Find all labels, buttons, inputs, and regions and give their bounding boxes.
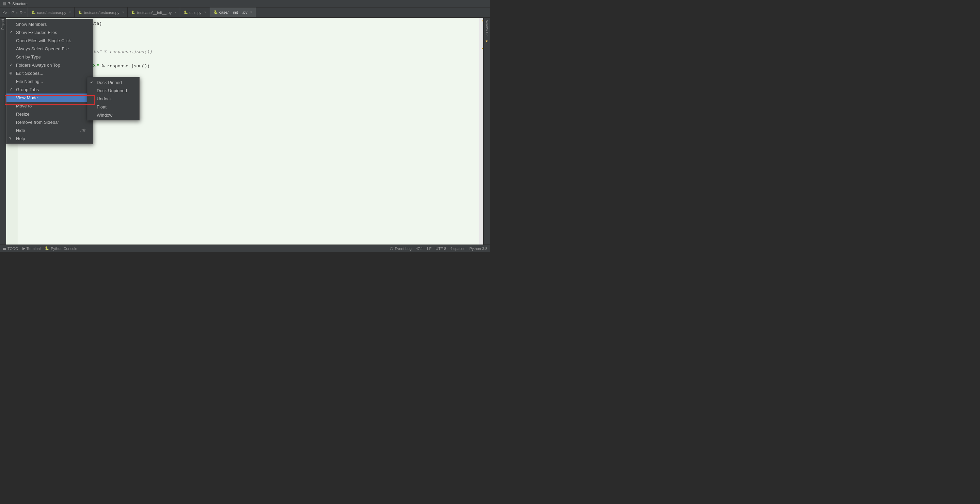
menu-item-edit-scopes[interactable]: Edit Scopes...	[6, 69, 92, 77]
title-bar: ▤ 7: Structure	[0, 0, 490, 8]
pin-icon[interactable]: ↕	[16, 11, 18, 14]
menu-label-resize: Resize	[16, 111, 30, 117]
tab-icon-5: 🐍	[213, 10, 218, 14]
tab-icon-4: 🐍	[183, 11, 188, 14]
menu-label-group-tabs: Group Tabs	[16, 87, 39, 92]
checkmark-group-tabs: ✓	[9, 87, 13, 92]
menu-item-move-to[interactable]: Move to ▶	[6, 102, 92, 110]
menu-item-folders-always-on-top[interactable]: ✓ Folders Always on Top	[6, 61, 92, 69]
menu-item-group-tabs[interactable]: ✓ Group Tabs	[6, 86, 92, 94]
sync-icon[interactable]: ⟳	[11, 10, 14, 14]
menu-item-sort-by-type[interactable]: Sort by Type	[6, 53, 92, 61]
minimize-icon[interactable]: −	[24, 11, 26, 14]
menu-label-hide: Hide	[16, 128, 25, 133]
submenu-item-undock[interactable]: Undock	[87, 95, 139, 103]
menu-label-open-files: Open Files with Single Click	[16, 38, 71, 43]
submenu-label-float: Float	[97, 105, 107, 109]
gear-icon[interactable]: ⚙	[19, 10, 23, 14]
tab-icon-2: 🐍	[78, 11, 82, 14]
favorites-label: 2: Favorites	[485, 19, 488, 38]
menu-label-file-nesting: File Nesting...	[16, 79, 43, 84]
menu-label-sort-by-type: Sort by Type	[16, 54, 41, 60]
submenu-label-undock: Undock	[97, 96, 112, 101]
status-indent[interactable]: 4 spaces	[450, 247, 465, 250]
menu-item-view-mode[interactable]: View Mode ▶	[6, 94, 92, 102]
tab-utlis[interactable]: 🐍 utlis.py ×	[180, 8, 210, 17]
menu-item-hide[interactable]: Hide ⇧⌘	[6, 126, 92, 134]
gutter-mark-2	[482, 48, 483, 49]
status-lf[interactable]: LF	[427, 247, 431, 250]
menu-label-always-select: Always Select Opened File	[16, 46, 69, 51]
right-gutter	[479, 18, 483, 244]
tab-close-2[interactable]: ×	[122, 11, 124, 14]
shortcut-hide: ⇧⌘	[79, 128, 86, 133]
submenu-item-dock-pinned[interactable]: ✓ Dock Pinned	[87, 78, 139, 86]
project-sidebar: Project	[0, 18, 6, 244]
python-console-icon: 🐍	[45, 246, 49, 250]
tab-testcase-init[interactable]: 🐍 testcase/__init__.py ×	[128, 8, 180, 17]
todo-icon: ☰	[3, 246, 6, 250]
menu-item-resize[interactable]: Resize ▶	[6, 110, 92, 118]
submenu-label-dock-pinned: Dock Pinned	[97, 80, 122, 85]
submenu-label-dock-unpinned: Dock Unpinned	[97, 88, 127, 93]
submenu-label-window: Window	[97, 113, 112, 118]
menu-label-show-excluded: Show Excluded Files	[16, 30, 57, 35]
menu-label-move-to: Move to	[16, 103, 32, 108]
status-encoding[interactable]: UTF-8	[436, 247, 446, 250]
menu-item-remove-from-sidebar[interactable]: Remove from Sidebar	[6, 118, 92, 126]
menu-item-file-nesting[interactable]: File Nesting...	[6, 77, 92, 86]
menu-item-show-members[interactable]: Show Members	[6, 20, 92, 28]
checkmark-folders-top: ✓	[9, 63, 13, 67]
project-icon: P↙	[2, 11, 8, 14]
menu-item-show-excluded-files[interactable]: ✓ Show Excluded Files	[6, 28, 92, 36]
submenu-view-mode: ✓ Dock Pinned Dock Unpinned Undock Float…	[87, 77, 140, 120]
radio-edit-scopes	[10, 72, 12, 74]
tab-close-4[interactable]: ×	[204, 11, 206, 14]
favorites-sidebar: 2: Favorites ★	[483, 18, 490, 244]
toolbar-icons: ⟳ ↕ ⚙ −	[10, 8, 28, 17]
menu-label-edit-scopes: Edit Scopes...	[16, 71, 43, 76]
submenu-item-window[interactable]: Window	[87, 111, 139, 119]
menu-label-remove-sidebar: Remove from Sidebar	[16, 120, 59, 125]
tab-case-init[interactable]: 🐍 case/__init__.py ×	[210, 8, 256, 17]
tab-close-1[interactable]: ×	[69, 11, 71, 14]
submenu-item-float[interactable]: Float	[87, 103, 139, 111]
tab-close-3[interactable]: ×	[174, 11, 177, 14]
checkmark-dock-pinned: ✓	[90, 80, 93, 85]
title-bar-icon: ▤	[3, 2, 6, 6]
favorites-star-icon[interactable]: ★	[485, 39, 488, 43]
gutter-mark-1	[482, 21, 483, 21]
menu-label-help: Help	[16, 136, 25, 141]
menu-item-help[interactable]: ? Help	[6, 134, 92, 143]
checkmark-show-excluded: ✓	[9, 30, 13, 35]
menu-label-show-members: Show Members	[16, 22, 47, 27]
event-log-icon: ◎	[390, 246, 393, 250]
status-python-console[interactable]: 🐍 Python Console	[45, 246, 77, 250]
context-menu: Show Members ✓ Show Excluded Files Open …	[6, 19, 93, 144]
menu-label-folders-top: Folders Always on Top	[16, 63, 60, 68]
status-bar: ☰ TODO ▶ Terminal 🐍 Python Console ◎ Eve…	[0, 244, 490, 252]
tab-icon-1: 🐍	[31, 11, 35, 14]
project-icon-area: P↙	[0, 8, 10, 17]
tab-testcase-testcase[interactable]: 🐍 testcase/testcase.py ×	[75, 8, 128, 17]
menu-item-open-files-single-click[interactable]: Open Files with Single Click	[6, 36, 92, 44]
tab-bar: P↙ ⟳ ↕ ⚙ − 🐍 case/testcase.py × 🐍 testca…	[0, 8, 490, 18]
terminal-icon: ▶	[22, 246, 25, 250]
question-help: ?	[9, 136, 11, 141]
tab-close-5[interactable]: ×	[250, 10, 252, 14]
status-terminal[interactable]: ▶ Terminal	[22, 246, 41, 250]
tab-icon-3: 🐍	[131, 11, 135, 14]
title-bar-text: 7: Structure	[8, 2, 28, 6]
status-python-version[interactable]: Python 3.8	[469, 247, 487, 250]
status-position[interactable]: 47:1	[416, 247, 423, 250]
submenu-item-dock-unpinned[interactable]: Dock Unpinned	[87, 86, 139, 95]
menu-label-view-mode: View Mode	[16, 95, 38, 100]
tab-case-testcase[interactable]: 🐍 case/testcase.py ×	[28, 8, 75, 17]
status-event-log[interactable]: ◎ Event Log	[390, 246, 412, 250]
menu-item-always-select-opened-file[interactable]: Always Select Opened File	[6, 44, 92, 53]
project-sidebar-label: Project	[1, 19, 5, 30]
